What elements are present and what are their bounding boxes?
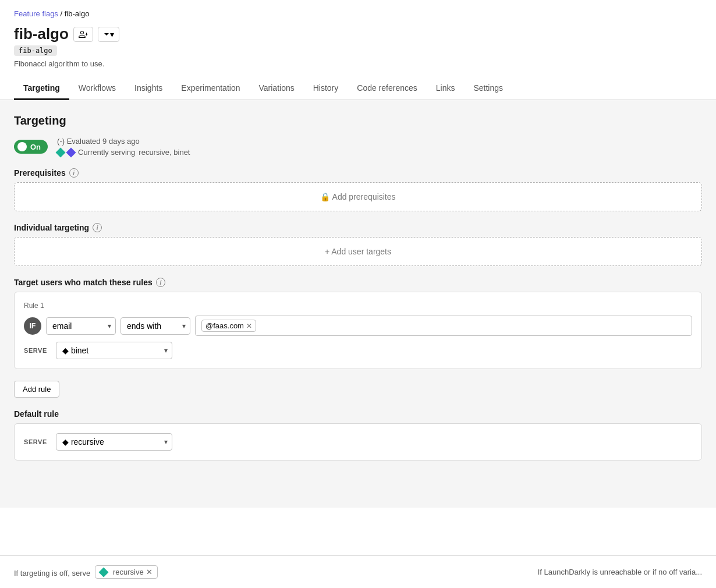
toggle-on-button[interactable]: On	[14, 140, 48, 154]
breadcrumb-parent-link[interactable]: Feature flags	[14, 9, 58, 18]
rule-1-label: Rule 1	[24, 302, 692, 310]
add-rule-button[interactable]: Add rule	[14, 381, 59, 398]
tag-text: @faas.com	[205, 321, 244, 330]
dropdown-button[interactable]: ▾	[98, 27, 119, 42]
rule-1-serve-select-wrapper: ◆ binet	[56, 342, 172, 359]
status-bar: On (-) Evaluated 9 days ago Currently se…	[14, 137, 702, 157]
tab-history[interactable]: History	[304, 77, 348, 100]
flag-key-badge: fib-algo	[14, 45, 57, 56]
default-rule-serve-select-wrapper: ◆ recursive	[56, 433, 172, 451]
breadcrumb-current: fib-algo	[65, 9, 90, 18]
tab-code-references[interactable]: Code references	[348, 77, 427, 100]
rule-1-box: Rule 1 IF email ends with @faas.com ✕	[14, 292, 702, 369]
add-collaborator-button[interactable]	[73, 27, 93, 42]
add-user-targets-button[interactable]: + Add user targets	[14, 237, 702, 266]
rule-1-row: IF email ends with @faas.com ✕	[24, 316, 692, 336]
diamond-teal-icon	[56, 147, 66, 157]
prerequisites-info-icon[interactable]: i	[69, 168, 79, 178]
default-rule-serve-row: SERVE ◆ recursive	[24, 433, 692, 451]
default-rule-serve-label: SERVE	[24, 438, 50, 445]
page-header: fib-algo ▾ fib-algo Fibonacci algorithm …	[0, 23, 716, 68]
target-rules-title: Target users who match these rules i	[14, 278, 702, 287]
target-rules-label: Target users who match these rules	[14, 278, 153, 287]
if-badge: IF	[24, 317, 41, 335]
tag-input[interactable]: @faas.com ✕	[195, 316, 692, 336]
serving-values: recursive, binet	[139, 148, 190, 157]
rule-1-serve-label: SERVE	[24, 347, 50, 354]
evaluated-text: (-) Evaluated 9 days ago	[57, 137, 190, 146]
tag-value: @faas.com ✕	[201, 320, 256, 332]
diamond-purple-icon	[66, 147, 76, 157]
rule-1-serve-row: SERVE ◆ binet	[24, 342, 692, 359]
serving-row: Currently serving recursive, binet	[57, 148, 190, 157]
main-content: Targeting On (-) Evaluated 9 days ago Cu…	[0, 100, 716, 508]
prerequisites-section: Prerequisites i 🔒 Add prerequisites	[14, 168, 702, 211]
individual-targeting-info-icon[interactable]: i	[93, 223, 102, 232]
tab-settings[interactable]: Settings	[464, 77, 512, 100]
flag-description: Fibonacci algorithm to use.	[14, 59, 702, 68]
attribute-select[interactable]: email	[46, 317, 116, 335]
status-info: (-) Evaluated 9 days ago Currently servi…	[57, 137, 190, 157]
serving-label: Currently serving	[78, 148, 135, 157]
tab-experimentation[interactable]: Experimentation	[172, 77, 249, 100]
default-rule-section: Default rule SERVE ◆ recursive	[14, 409, 702, 461]
target-rules-section: Target users who match these rules i Rul…	[14, 278, 702, 369]
individual-targeting-section: Individual targeting i + Add user target…	[14, 223, 702, 266]
tab-targeting[interactable]: Targeting	[14, 77, 69, 100]
tab-links[interactable]: Links	[427, 77, 465, 100]
tag-close-button[interactable]: ✕	[246, 322, 252, 330]
breadcrumb-separator: /	[61, 9, 63, 18]
content-title: Targeting	[14, 114, 702, 127]
breadcrumb: Feature flags / fib-algo	[0, 0, 716, 23]
default-rule-serve-select[interactable]: ◆ recursive	[56, 433, 172, 451]
tab-insights[interactable]: Insights	[125, 77, 172, 100]
target-rules-info-icon[interactable]: i	[156, 278, 165, 287]
tab-variations[interactable]: Variations	[249, 77, 303, 100]
tab-bar: Targeting Workflows Insights Experimenta…	[0, 77, 716, 100]
tab-workflows[interactable]: Workflows	[69, 77, 125, 100]
default-rule-title: Default rule	[14, 409, 702, 419]
default-rule-box: SERVE ◆ recursive	[14, 423, 702, 461]
operator-select[interactable]: ends with	[120, 317, 190, 335]
toggle-label: On	[30, 143, 41, 151]
chevron-down-icon	[103, 31, 110, 38]
operator-select-wrapper: ends with	[120, 317, 190, 335]
individual-targeting-title: Individual targeting i	[14, 223, 702, 232]
rule-1-serve-select[interactable]: ◆ binet	[56, 342, 172, 359]
attribute-select-wrapper: email	[46, 317, 116, 335]
prerequisites-label: Prerequisites	[14, 168, 66, 178]
individual-targeting-label: Individual targeting	[14, 223, 89, 232]
person-plus-icon	[79, 30, 88, 39]
toggle-knob	[17, 142, 27, 151]
add-prerequisites-button[interactable]: 🔒 Add prerequisites	[14, 182, 702, 211]
prerequisites-title: Prerequisites i	[14, 168, 702, 178]
page-title: fib-algo	[14, 25, 69, 43]
